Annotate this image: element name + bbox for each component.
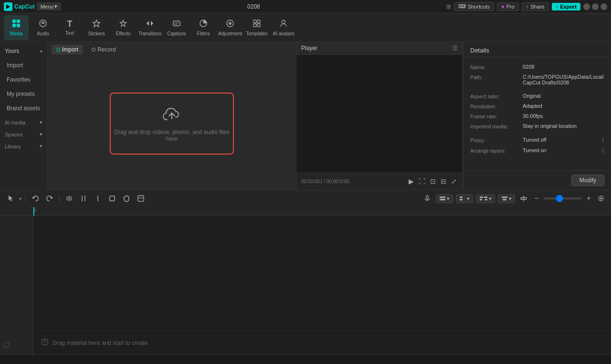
detail-row-arrange-layers: Arrange layers: Turned on ℹ (470, 146, 604, 156)
share-button[interactable]: ↑ Share (522, 2, 549, 11)
detail-label-name: Name: (470, 64, 523, 70)
player-crop-btn[interactable]: ⊡ (429, 177, 437, 186)
crop-timeline-button[interactable] (106, 194, 118, 203)
sidebar-item-favorites[interactable]: Favorites (2, 73, 45, 86)
tool-stickers-label: Stickers (88, 31, 105, 36)
tool-transitions[interactable]: Transitions (137, 15, 162, 40)
detail-value-arrange-layers: Turned on (523, 147, 600, 153)
tool-adjustment[interactable]: Adjustment (218, 15, 242, 40)
zoom-slider[interactable] (544, 198, 582, 199)
maximize-button[interactable] (592, 3, 599, 10)
export-button[interactable]: ↑ Export (552, 3, 580, 10)
undo-button[interactable] (30, 194, 41, 203)
main-area: Yours Import Favorites My presets Brand … (0, 42, 611, 190)
svg-rect-8 (173, 21, 180, 26)
tool-media[interactable]: Media (4, 15, 29, 40)
close-button[interactable] (600, 3, 607, 10)
timeline-ruler: 0 (33, 207, 611, 216)
sidebar-header[interactable]: Yours (0, 46, 47, 58)
screen-size-btn[interactable]: ⊞ (446, 3, 451, 10)
player-controls: 00:00:001 / 00:00:0:00 ▶ ⛶ ⊡ ⊟ ⤢ (296, 173, 463, 190)
import-tab-dot (56, 48, 60, 52)
add-track-button[interactable] (518, 194, 529, 203)
tool-audio[interactable]: Audio (31, 15, 55, 40)
svg-point-18 (282, 20, 285, 23)
sidebar-item-import[interactable]: Import (2, 59, 45, 72)
export-icon: ↑ (556, 4, 558, 10)
tool-ai-avatars[interactable]: AI avatars (271, 15, 296, 40)
svg-rect-43 (503, 199, 506, 200)
details-title: Details (470, 47, 489, 54)
player-timecode: 00:00:001 / 00:00:0:00 (301, 179, 349, 184)
detail-value-proxy: Turned off (523, 137, 600, 143)
shield-button[interactable] (121, 194, 132, 203)
detail-value-resolution: Adapted (523, 103, 604, 109)
svg-rect-15 (257, 20, 260, 23)
player-expand-btn[interactable]: ⤢ (450, 177, 458, 186)
captions-icon (172, 19, 181, 30)
tool-captions[interactable]: Captions (164, 15, 189, 40)
timeline-settings-button[interactable] (596, 194, 606, 203)
select-tool-button[interactable] (5, 194, 16, 203)
detail-value-aspect: Original (523, 93, 604, 99)
divider-1 (25, 195, 26, 202)
sidebar-item-brand-assets[interactable]: Brand assets (2, 102, 45, 115)
menu-button[interactable]: Menu ▾ (37, 2, 62, 10)
details-footer: Modify (464, 170, 611, 190)
sidebar-section-library[interactable]: Library (0, 141, 47, 151)
split-button[interactable] (63, 194, 75, 203)
tool-transitions-label: Transitions (138, 31, 162, 36)
proxy-info-icon[interactable]: ℹ (602, 137, 604, 144)
tool-filters[interactable]: Filters (191, 15, 216, 40)
detail-label-resolution: Resolution: (470, 103, 523, 109)
zoom-in-button[interactable]: + (585, 193, 593, 204)
sidebar-section-ai-media[interactable]: AI media (0, 117, 47, 127)
timeline-drop-zone: Drag material here and start to create (33, 331, 611, 354)
track-control-3[interactable]: ▾ (476, 194, 495, 203)
upload-drop-zone[interactable]: Drag and drop videos, photos, and audio … (110, 93, 234, 155)
pro-button[interactable]: ♥ Pro (497, 2, 519, 11)
track-control-1[interactable]: ▾ (436, 194, 453, 203)
shortcuts-button[interactable]: ⌨ Shortcuts (454, 2, 494, 11)
layout-button[interactable] (135, 194, 147, 203)
tool-stickers[interactable]: Stickers (84, 15, 109, 40)
detail-label-proxy: Proxy: (470, 137, 523, 143)
cloud-upload-icon (162, 105, 181, 124)
select-tool-chevron[interactable]: ▾ (19, 196, 21, 201)
track-control-2[interactable]: ▾ (456, 194, 473, 203)
player-menu-icon[interactable]: ☰ (453, 45, 458, 52)
toolbar: Media Audio T Text Stickers Effects (0, 13, 611, 42)
svg-rect-1 (12, 20, 16, 23)
tool-text[interactable]: T Text (57, 15, 82, 40)
modify-button[interactable]: Modify (571, 175, 604, 186)
main-track-label (0, 340, 33, 350)
zoom-out-button[interactable]: − (532, 193, 540, 204)
tab-record[interactable]: Record (87, 45, 121, 54)
track-control-4[interactable]: ▾ (498, 194, 515, 203)
arrange-layers-info-icon[interactable]: ℹ (602, 147, 604, 154)
detail-label-arrange-layers: Arrange layers: (470, 147, 523, 154)
svg-point-6 (42, 22, 44, 24)
sidebar-item-my-presets[interactable]: My presets (2, 87, 45, 101)
tab-import[interactable]: Import (52, 45, 83, 54)
player-layout-btn[interactable]: ⊟ (440, 177, 447, 186)
svg-rect-41 (485, 199, 487, 200)
text-tool-icon: T (67, 19, 73, 29)
redo-button[interactable] (44, 194, 55, 203)
split3-button[interactable] (92, 194, 104, 203)
playhead-marker (33, 207, 34, 216)
mic-button[interactable] (421, 194, 433, 203)
svg-rect-3 (12, 24, 16, 27)
upload-text: Drag and drop videos, photos, and audio … (111, 129, 233, 142)
svg-rect-16 (253, 24, 256, 27)
timeline-right-controls: ▾ ▾ ▾ ▾ − + (421, 193, 606, 204)
play-button[interactable]: ▶ (408, 177, 415, 186)
sidebar-section-spaces[interactable]: Spaces (0, 129, 47, 139)
svg-rect-39 (484, 197, 487, 198)
tool-effects[interactable]: Effects (111, 15, 136, 40)
split2-button[interactable] (78, 194, 89, 203)
ruler-tick-start: 0 (34, 208, 37, 213)
tool-templates[interactable]: Templates (244, 15, 269, 40)
minimize-button[interactable] (583, 3, 590, 10)
player-fullscreen-btn[interactable]: ⛶ (418, 177, 426, 186)
